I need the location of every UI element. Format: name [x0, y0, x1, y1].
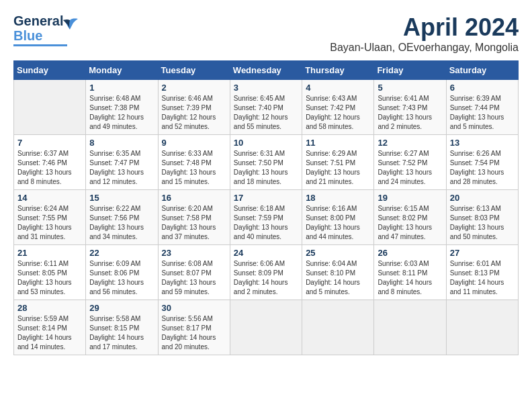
day-info: Sunrise: 6:09 AMSunset: 8:06 PMDaylight:…	[89, 259, 154, 297]
sunset-text: Sunset: 7:55 PM	[17, 214, 82, 223]
day-info: Sunrise: 5:56 AMSunset: 8:17 PMDaylight:…	[162, 314, 226, 352]
day-number: 30	[162, 303, 226, 313]
sunset-text: Sunset: 7:46 PM	[17, 158, 82, 168]
calendar-cell: 15Sunrise: 6:22 AMSunset: 7:56 PMDayligh…	[86, 190, 158, 245]
calendar-cell: 7Sunrise: 6:37 AMSunset: 7:46 PMDaylight…	[14, 135, 86, 190]
calendar-cell: 1Sunrise: 6:48 AMSunset: 7:38 PMDaylight…	[86, 80, 158, 135]
calendar-week-row: 7Sunrise: 6:37 AMSunset: 7:46 PMDaylight…	[14, 135, 519, 190]
sunrise-text: Sunrise: 6:06 AM	[234, 259, 298, 269]
day-info: Sunrise: 5:58 AMSunset: 8:15 PMDaylight:…	[89, 314, 154, 352]
sunrise-text: Sunrise: 6:37 AM	[17, 149, 82, 158]
sunrise-text: Sunrise: 6:18 AM	[234, 204, 298, 214]
daylight-text: Daylight: 13 hours and 37 minutes.	[162, 223, 226, 242]
daylight-text: Daylight: 13 hours and 31 minutes.	[17, 223, 82, 242]
calendar-header-row: SundayMondayTuesdayWednesdayThursdayFrid…	[14, 61, 519, 80]
sunset-text: Sunset: 7:48 PM	[162, 158, 226, 168]
calendar-cell: 3Sunrise: 6:45 AMSunset: 7:40 PMDaylight…	[230, 80, 302, 135]
header-day-monday: Monday	[86, 61, 158, 80]
location-title: Bayan-Ulaan, OEvoerhangay, Mongolia	[330, 42, 519, 54]
day-number: 14	[17, 193, 82, 203]
sunrise-text: Sunrise: 6:41 AM	[378, 94, 442, 103]
daylight-text: Daylight: 13 hours and 34 minutes.	[89, 223, 154, 242]
day-info: Sunrise: 6:37 AMSunset: 7:46 PMDaylight:…	[17, 149, 82, 187]
calendar-week-row: 28Sunrise: 5:59 AMSunset: 8:14 PMDayligh…	[14, 300, 519, 355]
day-number: 2	[162, 83, 226, 93]
day-number: 17	[234, 193, 298, 203]
sunrise-text: Sunrise: 6:09 AM	[89, 259, 154, 269]
day-number: 10	[234, 138, 298, 148]
calendar-cell: 24Sunrise: 6:06 AMSunset: 8:09 PMDayligh…	[230, 245, 302, 300]
day-info: Sunrise: 6:22 AMSunset: 7:56 PMDaylight:…	[89, 204, 154, 242]
daylight-text: Daylight: 13 hours and 18 minutes.	[234, 168, 298, 187]
sunset-text: Sunset: 8:17 PM	[162, 324, 226, 333]
daylight-text: Daylight: 13 hours and 21 minutes.	[306, 168, 370, 187]
sunrise-text: Sunrise: 6:16 AM	[306, 204, 370, 214]
calendar-cell: 19Sunrise: 6:15 AMSunset: 8:02 PMDayligh…	[374, 190, 446, 245]
calendar-cell	[14, 80, 86, 135]
daylight-text: Daylight: 14 hours and 5 minutes.	[306, 278, 370, 297]
day-number: 26	[378, 248, 442, 258]
page-header: General Blue April 2024 Bayan-Ulaan, OEv…	[13, 13, 519, 54]
sunset-text: Sunset: 7:59 PM	[234, 214, 298, 223]
calendar-cell: 18Sunrise: 6:16 AMSunset: 8:00 PMDayligh…	[302, 190, 374, 245]
calendar-cell: 12Sunrise: 6:27 AMSunset: 7:52 PMDayligh…	[374, 135, 446, 190]
calendar-cell: 10Sunrise: 6:31 AMSunset: 7:50 PMDayligh…	[230, 135, 302, 190]
sunrise-text: Sunrise: 6:31 AM	[234, 149, 298, 158]
daylight-text: Daylight: 14 hours and 20 minutes.	[162, 333, 226, 352]
sunset-text: Sunset: 7:58 PM	[162, 214, 226, 223]
day-info: Sunrise: 6:11 AMSunset: 8:05 PMDaylight:…	[17, 259, 82, 297]
day-number: 25	[306, 248, 370, 258]
day-number: 24	[234, 248, 298, 258]
title-block: April 2024 Bayan-Ulaan, OEvoerhangay, Mo…	[330, 13, 519, 54]
calendar-cell	[230, 300, 302, 355]
calendar-cell: 22Sunrise: 6:09 AMSunset: 8:06 PMDayligh…	[86, 245, 158, 300]
sunset-text: Sunset: 8:15 PM	[89, 324, 154, 333]
calendar-cell: 6Sunrise: 6:39 AMSunset: 7:44 PMDaylight…	[446, 80, 518, 135]
daylight-text: Daylight: 14 hours and 14 minutes.	[17, 333, 82, 352]
sunrise-text: Sunrise: 6:20 AM	[162, 204, 226, 214]
day-number: 6	[450, 83, 515, 93]
day-info: Sunrise: 6:46 AMSunset: 7:39 PMDaylight:…	[162, 94, 226, 132]
sunset-text: Sunset: 8:13 PM	[450, 269, 515, 278]
calendar-cell	[374, 300, 446, 355]
calendar-cell: 23Sunrise: 6:08 AMSunset: 8:07 PMDayligh…	[158, 245, 230, 300]
sunset-text: Sunset: 7:47 PM	[89, 158, 154, 168]
day-number: 28	[17, 303, 82, 313]
daylight-text: Daylight: 13 hours and 5 minutes.	[450, 113, 515, 132]
sunrise-text: Sunrise: 6:39 AM	[450, 94, 515, 103]
sunrise-text: Sunrise: 6:13 AM	[450, 204, 515, 214]
calendar-cell: 25Sunrise: 6:04 AMSunset: 8:10 PMDayligh…	[302, 245, 374, 300]
day-number: 5	[378, 83, 442, 93]
day-info: Sunrise: 6:13 AMSunset: 8:03 PMDaylight:…	[450, 204, 515, 242]
daylight-text: Daylight: 13 hours and 24 minutes.	[378, 168, 442, 187]
daylight-text: Daylight: 12 hours and 49 minutes.	[89, 113, 154, 132]
calendar-cell	[446, 300, 518, 355]
day-info: Sunrise: 6:06 AMSunset: 8:09 PMDaylight:…	[234, 259, 298, 297]
day-number: 16	[162, 193, 226, 203]
day-info: Sunrise: 6:03 AMSunset: 8:11 PMDaylight:…	[378, 259, 442, 297]
sunset-text: Sunset: 8:09 PM	[234, 269, 298, 278]
daylight-text: Daylight: 12 hours and 58 minutes.	[306, 113, 370, 132]
day-info: Sunrise: 6:15 AMSunset: 8:02 PMDaylight:…	[378, 204, 442, 242]
day-number: 3	[234, 83, 298, 93]
calendar-cell: 21Sunrise: 6:11 AMSunset: 8:05 PMDayligh…	[14, 245, 86, 300]
day-number: 22	[89, 248, 154, 258]
sunrise-text: Sunrise: 6:33 AM	[162, 149, 226, 158]
logo-bird-icon	[60, 15, 79, 34]
sunrise-text: Sunrise: 6:01 AM	[450, 259, 515, 269]
sunset-text: Sunset: 8:06 PM	[89, 269, 154, 278]
day-info: Sunrise: 6:24 AMSunset: 7:55 PMDaylight:…	[17, 204, 82, 242]
sunrise-text: Sunrise: 6:03 AM	[378, 259, 442, 269]
calendar-cell: 27Sunrise: 6:01 AMSunset: 8:13 PMDayligh…	[446, 245, 518, 300]
sunset-text: Sunset: 7:39 PM	[162, 103, 226, 113]
daylight-text: Daylight: 13 hours and 12 minutes.	[89, 168, 154, 187]
day-info: Sunrise: 6:20 AMSunset: 7:58 PMDaylight:…	[162, 204, 226, 242]
day-info: Sunrise: 6:48 AMSunset: 7:38 PMDaylight:…	[89, 94, 154, 132]
daylight-text: Daylight: 12 hours and 55 minutes.	[234, 113, 298, 132]
day-number: 20	[450, 193, 515, 203]
calendar-week-row: 14Sunrise: 6:24 AMSunset: 7:55 PMDayligh…	[14, 190, 519, 245]
sunrise-text: Sunrise: 6:35 AM	[89, 149, 154, 158]
sunset-text: Sunset: 8:02 PM	[378, 214, 442, 223]
day-number: 11	[306, 138, 370, 148]
sunset-text: Sunset: 7:51 PM	[306, 158, 370, 168]
